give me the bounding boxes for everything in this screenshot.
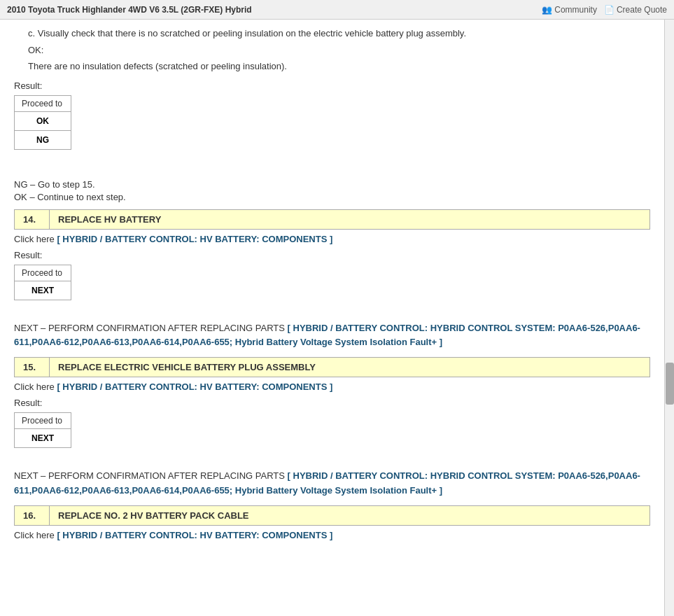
ng-ok-notes-1: NG – Go to step 15. OK – Continue to nex… xyxy=(14,179,660,202)
step-16-title: REPLACE NO. 2 HV BATTERY PACK CABLE xyxy=(50,506,258,525)
result-label-15: Result: xyxy=(14,398,660,408)
proceed-header-3: Proceed to xyxy=(15,413,71,429)
community-link[interactable]: 👥 Community xyxy=(542,5,597,15)
step-15-row: 15. REPLACE ELECTRIC VEHICLE BATTERY PLU… xyxy=(14,357,650,377)
next-note-1-link[interactable]: [ HYBRID / BATTERY CONTROL: HYBRID CONTR… xyxy=(14,323,640,348)
next-note-1-text: NEXT – PERFORM CONFIRMATION AFTER REPLAC… xyxy=(14,323,640,348)
step-16-link[interactable]: [ HYBRID / BATTERY CONTROL: HV BATTERY: … xyxy=(57,530,332,540)
step-14-click: Click here [ HYBRID / BATTERY CONTROL: H… xyxy=(14,234,660,244)
check-item-c-result: There are no insulation defects (scratch… xyxy=(14,59,660,74)
intro-section: c. Visually check that there is no scrat… xyxy=(14,27,660,74)
ng-note-1: NG – Go to step 15. xyxy=(14,179,660,190)
proceed-header-1: Proceed to xyxy=(15,96,71,112)
scrollbar-thumb[interactable] xyxy=(666,363,674,405)
step-15-link[interactable]: [ HYBRID / BATTERY CONTROL: HV BATTERY: … xyxy=(57,382,332,392)
page-wrapper: 2010 Toyota Truck Highlander 4WD V6 3.5L… xyxy=(0,0,674,616)
step-16-number: 16. xyxy=(15,506,50,525)
step-14-row: 14. REPLACE HV BATTERY xyxy=(14,209,650,230)
header-title: 2010 Toyota Truck Highlander 4WD V6 3.5L… xyxy=(7,5,252,15)
ok-button[interactable]: OK xyxy=(15,112,71,131)
divider-3 xyxy=(14,452,660,461)
ok-note-1: OK – Continue to next step. xyxy=(14,192,660,202)
proceed-box-3: Proceed to NEXT xyxy=(14,412,71,448)
cursor-area xyxy=(14,304,660,313)
proceed-box-1: Proceed to OK NG xyxy=(14,95,71,150)
next-note-2-text: NEXT – PERFORM CONFIRMATION AFTER REPLAC… xyxy=(14,470,640,496)
step-14-number: 14. xyxy=(15,210,50,229)
quote-icon: 📄 xyxy=(604,5,615,15)
community-icon: 👥 xyxy=(542,5,552,15)
next-note-1: NEXT – PERFORM CONFIRMATION AFTER REPLAC… xyxy=(14,321,660,351)
step-15-click: Click here [ HYBRID / BATTERY CONTROL: H… xyxy=(14,382,660,392)
step-16-click: Click here [ HYBRID / BATTERY CONTROL: H… xyxy=(14,530,660,540)
click-here-text-16: Click here xyxy=(14,530,55,540)
check-item-c-ok: OK: xyxy=(14,43,660,57)
next-note-2-link[interactable]: [ HYBRID / BATTERY CONTROL: HYBRID CONTR… xyxy=(14,470,640,496)
step-14-title: REPLACE HV BATTERY xyxy=(50,210,169,229)
click-here-text-15: Click here xyxy=(14,382,55,392)
ng-button[interactable]: NG xyxy=(15,131,71,149)
next-button-2[interactable]: NEXT xyxy=(15,429,71,447)
next-button-1[interactable]: NEXT xyxy=(15,281,71,300)
content-area: c. Visually check that there is no scrat… xyxy=(0,20,674,559)
step-15-title: REPLACE ELECTRIC VEHICLE BATTERY PLUG AS… xyxy=(50,358,324,377)
click-here-text-14: Click here xyxy=(14,234,55,244)
create-quote-link[interactable]: 📄 Create Quote xyxy=(604,5,667,15)
header-bar: 2010 Toyota Truck Highlander 4WD V6 3.5L… xyxy=(0,0,674,20)
proceed-header-2: Proceed to xyxy=(15,265,71,281)
header-actions: 👥 Community 📄 Create Quote xyxy=(542,5,667,15)
proceed-box-2: Proceed to NEXT xyxy=(14,265,71,300)
step-15-number: 15. xyxy=(15,358,50,377)
step-16-row: 16. REPLACE NO. 2 HV BATTERY PACK CABLE xyxy=(14,505,650,526)
result-label-14: Result: xyxy=(14,250,660,260)
result-label-1: Result: xyxy=(14,80,660,91)
check-item-c: c. Visually check that there is no scrat… xyxy=(14,27,660,41)
step-14-link[interactable]: [ HYBRID / BATTERY CONTROL: HV BATTERY: … xyxy=(57,234,332,244)
next-note-2: NEXT – PERFORM CONFIRMATION AFTER REPLAC… xyxy=(14,469,660,498)
scrollbar[interactable] xyxy=(664,20,674,616)
